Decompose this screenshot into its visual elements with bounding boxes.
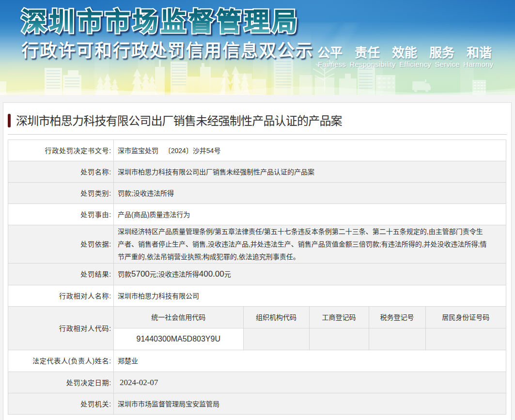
svg-text:深圳市市场监督管理局: 深圳市市场监督管理局: [21, 8, 300, 36]
